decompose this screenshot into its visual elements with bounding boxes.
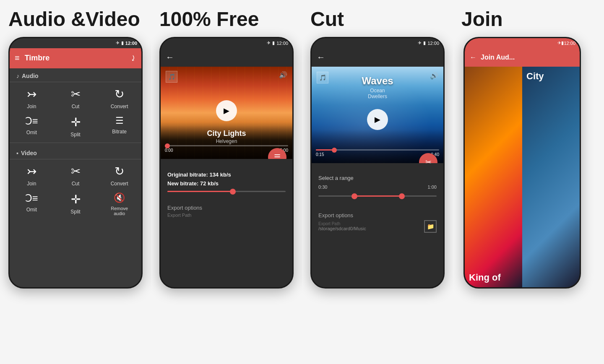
- join-content: King of City: [465, 67, 580, 287]
- audio-split-item[interactable]: ✛ Split: [54, 115, 98, 138]
- airplane-icon-2: ✈: [267, 40, 271, 46]
- volume-icon-3[interactable]: 🔊: [430, 72, 438, 80]
- video-title-2: City Lights: [161, 129, 292, 138]
- video-cut-icon: ✂: [71, 164, 81, 178]
- audio-convert-item[interactable]: ↻ Convert: [97, 87, 141, 109]
- time-start-2: 0:00: [165, 148, 173, 153]
- omit-label: Omit: [26, 130, 37, 135]
- video-split-item[interactable]: ✛ Split: [54, 192, 98, 216]
- battery-icon-2: ▮: [272, 40, 275, 46]
- bitrate-info: Original bitrate: 134 kb/s New bitrate: …: [161, 159, 292, 200]
- status-bar-1: ✈ ▮ 12:00: [10, 38, 141, 48]
- video-omit-icon: Ͻ≡: [25, 192, 38, 204]
- waves-info: Waves Ocean Dwellers: [312, 75, 443, 99]
- phone-3: ✈ ▮ 12:00 ← Waves Ocea: [310, 37, 445, 289]
- video-label: Video: [21, 150, 37, 156]
- export-label-2: Export options: [167, 205, 286, 211]
- new-bitrate-label: New bitrate:: [167, 180, 200, 187]
- share-icon[interactable]: ⤸: [130, 54, 136, 63]
- app-bar-1: ≡ Timbre ⤸: [10, 48, 141, 68]
- video-row-2: Ͻ≡ Omit ✛ Split 🔇 Removeaudio: [10, 187, 141, 218]
- song2-title: City: [522, 67, 580, 86]
- video-area-3: Waves Ocean Dwellers 🎵 🔊 ▶: [312, 67, 443, 163]
- bitrate-slider[interactable]: [167, 191, 286, 192]
- time-1: 12:00: [125, 41, 137, 46]
- volume-icon-2[interactable]: 🔊: [279, 71, 287, 79]
- split-icon: ✛: [71, 115, 81, 129]
- panel-audio-video: Audio &Video ✈ ▮ 12:00 ≡ Timbre ⤸ ♪ Audi…: [0, 0, 151, 364]
- range-start-label: 0:30: [318, 185, 327, 190]
- airplane-icon: ✈: [116, 40, 120, 46]
- time-3: 12:00: [427, 41, 439, 46]
- audio-row-2: Ͻ≡ Omit ✛ Split ☰ Bitrate: [10, 110, 141, 140]
- airplane-icon-3: ✈: [418, 40, 422, 46]
- join-right-image: City: [522, 67, 580, 287]
- cut-label: Cut: [72, 104, 80, 109]
- video-convert-item[interactable]: ↻ Convert: [97, 164, 141, 187]
- panel-4-title: Join: [457, 8, 604, 31]
- battery-icon: ▮: [121, 40, 124, 46]
- cut-icon: ✂: [71, 87, 81, 101]
- panel-2-title: 100% Free: [155, 8, 298, 31]
- join-screen: ✈ ▮ 12:00 ← Join Aud... King of: [465, 38, 580, 287]
- video-convert-label: Convert: [111, 181, 128, 187]
- bitrate-nav: ←: [161, 48, 292, 67]
- play-button-2[interactable]: ▶: [216, 100, 237, 121]
- panel-join: Join ✈ ▮ 12:00 ← Join Aud...: [453, 0, 604, 364]
- back-icon-2[interactable]: ←: [166, 52, 174, 62]
- phone-4: ✈ ▮ 12:00 ← Join Aud... King of: [463, 37, 581, 289]
- status-bar-3: ✈ ▮ 12:00: [312, 38, 443, 48]
- time-start-3: 0:15: [316, 152, 324, 157]
- video-remove-audio-item[interactable]: 🔇 Removeaudio: [97, 192, 141, 216]
- video-join-label: Join: [27, 181, 36, 187]
- video-omit-item[interactable]: Ͻ≡ Omit: [10, 192, 54, 216]
- bitrate-label: Bitrate: [112, 129, 127, 135]
- video-title-3: Waves: [312, 75, 443, 87]
- cut-screen: ✈ ▮ 12:00 ← Waves Ocea: [312, 38, 443, 287]
- back-icon-4[interactable]: ←: [470, 54, 476, 61]
- video-cut-item[interactable]: ✂ Cut: [54, 164, 98, 187]
- remove-audio-icon: 🔇: [114, 192, 125, 203]
- range-label: Select a range: [318, 175, 437, 181]
- bitrate-screen: ✈ ▮ 12:00 ← City Lights: [161, 38, 292, 287]
- range-slider[interactable]: [318, 192, 437, 200]
- audio-section-header: ♪ Audio: [10, 68, 141, 82]
- audio-omit-item[interactable]: Ͻ≡ Omit: [10, 115, 54, 138]
- audio-row-1: ↣ Join ✂ Cut ↻ Convert: [10, 82, 141, 112]
- bitrate-icon: ☰: [115, 115, 124, 126]
- music-note-icon: ♪: [16, 73, 19, 79]
- video-artist-2: Helvegen: [161, 138, 292, 144]
- audio-cut-item[interactable]: ✂ Cut: [54, 87, 98, 109]
- video-area-2: City Lights Helvegen 🎵 🔊 ▶: [161, 67, 292, 159]
- join-label: Join: [27, 104, 36, 109]
- status-bar-4: ✈ ▮ 12:00: [465, 38, 580, 48]
- audio-label: Audio: [22, 73, 39, 79]
- audio-join-item[interactable]: ↣ Join: [10, 87, 54, 109]
- video-section-header: ▪ Video: [10, 146, 141, 159]
- song1-title: King of: [469, 272, 518, 283]
- video-convert-icon: ↻: [115, 164, 124, 178]
- join-nav-title: Join Aud...: [481, 54, 515, 61]
- video-row-1: ↣ Join ✂ Cut ↻ Convert: [10, 159, 141, 189]
- audio-bitrate-item[interactable]: ☰ Bitrate: [97, 115, 141, 138]
- video-omit-label: Omit: [26, 207, 37, 213]
- original-bitrate-value: 134 kb/s: [209, 172, 231, 178]
- airplane-icon-4: ✈: [557, 40, 561, 46]
- folder-icon[interactable]: 📁: [424, 220, 437, 233]
- join-icon: ↣: [27, 87, 36, 101]
- video-join-item[interactable]: ↣ Join: [10, 164, 54, 187]
- hamburger-icon[interactable]: ≡: [15, 53, 20, 63]
- app-title-1: Timbre: [25, 54, 130, 62]
- album-art-icon-3: 🎵: [317, 72, 328, 83]
- cut-nav: ←: [312, 48, 443, 67]
- split-label: Split: [70, 132, 80, 138]
- omit-icon: Ͻ≡: [25, 115, 38, 127]
- back-icon-3[interactable]: ←: [317, 52, 325, 62]
- original-bitrate-label: Original bitrate:: [167, 172, 209, 178]
- album-art-icon-2: 🎵: [166, 71, 177, 83]
- join-left-image: King of: [465, 67, 522, 287]
- menu-content-1: ♪ Audio ↣ Join ✂ Cut ↻ Convert: [10, 68, 141, 287]
- phone-2: ✈ ▮ 12:00 ← City Lights: [159, 37, 294, 289]
- video-join-icon: ↣: [27, 164, 36, 178]
- play-button-3[interactable]: ▶: [367, 109, 388, 130]
